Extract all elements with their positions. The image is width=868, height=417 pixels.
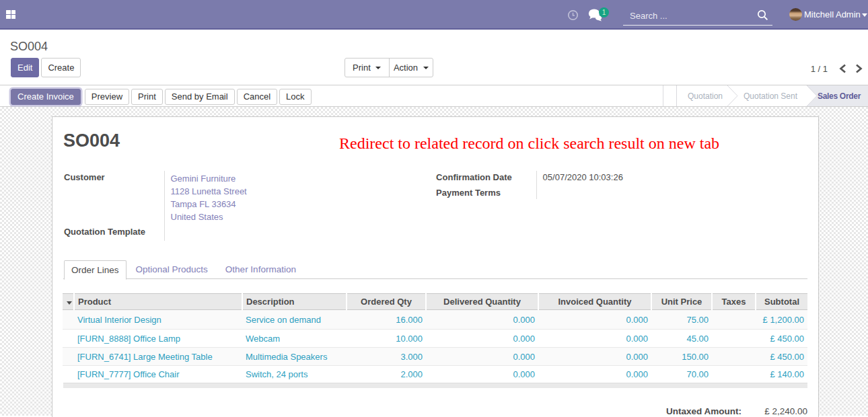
svg-text:Quotation Sent: Quotation Sent [744, 91, 798, 101]
svg-text:Quotation: Quotation [688, 91, 723, 101]
svg-text:Sales Order: Sales Order [818, 91, 861, 101]
